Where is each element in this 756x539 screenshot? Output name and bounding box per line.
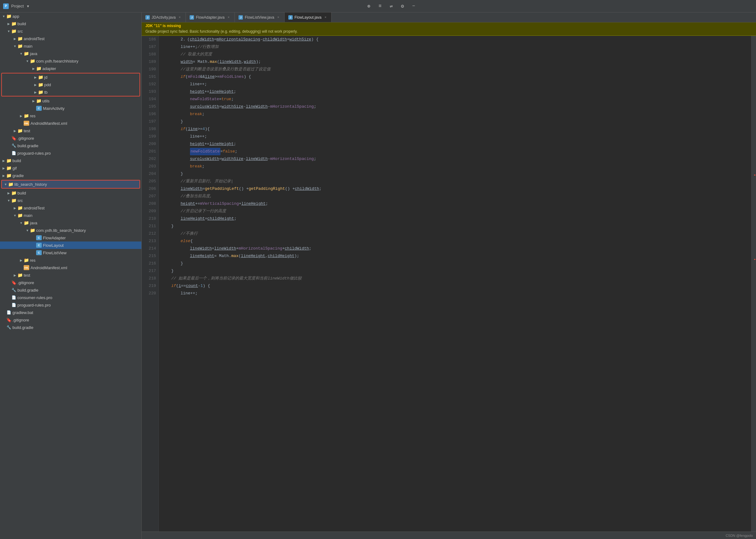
folder-icon-app: 📁 — [6, 14, 11, 19]
sidebar-item-gitignore1[interactable]: 🔖 .gitignore — [0, 134, 141, 142]
tab-close-flowlayout[interactable]: × — [323, 15, 328, 20]
sidebar-item-flowlayout[interactable]: C FlowLayout — [0, 242, 141, 249]
sidebar-item-proguard1[interactable]: 📄 proguard-rules.pro — [0, 149, 141, 157]
folder-icon-androidtest-lib: 📁 — [18, 205, 23, 210]
sidebar-item-utils1[interactable]: ▶ 📁 utils — [0, 97, 141, 105]
sidebar-item-gif[interactable]: ▶ 📁 gif — [0, 164, 141, 172]
crosshair-icon[interactable]: ⊕ — [366, 3, 372, 9]
sidebar-item-gradle-root[interactable]: ▶ 📁 gradle — [0, 172, 141, 179]
arrow-flowlistview — [31, 250, 36, 255]
arrow-buildgradle1 — [6, 143, 11, 148]
sidebar-item-src1[interactable]: ▼ 📁 src — [0, 28, 141, 35]
dropdown-arrow[interactable]: ▼ — [26, 4, 30, 8]
sidebar-item-manifest1[interactable]: XML AndroidManifest.xml — [0, 119, 141, 127]
sidebar-item-tb[interactable]: ▶ 📁 tb — [2, 88, 139, 96]
sidebar-item-res1[interactable]: ▶ 📁 res — [0, 112, 141, 119]
ln-187: 187 — [144, 43, 156, 51]
sidebar-item-jd[interactable]: ▶ 📁 jd — [2, 73, 139, 81]
sidebar-item-lib[interactable]: ▼ 📁 lib_search_history — [2, 181, 139, 188]
arrow-jd: ▶ — [33, 75, 38, 80]
arrow-flowadapter — [31, 235, 36, 240]
sidebar-item-flowlistview[interactable]: C FlowListView — [0, 249, 141, 257]
sidebar-item-buildgradle-lib[interactable]: 🔧 build.gradle — [0, 286, 141, 294]
folder-icon-pkg-lib: 📁 — [30, 228, 35, 233]
tab-close-flowlistview[interactable]: × — [276, 15, 281, 20]
folder-icon-utils1: 📁 — [36, 98, 41, 103]
code-line-194: newFoldState = true ; — [162, 96, 748, 103]
pro-icon-consumerrules: 📄 — [11, 295, 16, 300]
label-buildgradle1: build.gradle — [18, 143, 139, 148]
ln-211: 211 — [144, 222, 156, 230]
sidebar-item-res-lib[interactable]: ▶ 📁 res — [0, 257, 141, 264]
settings-icon[interactable]: ⚙ — [399, 3, 406, 9]
sidebar-item-gradlew[interactable]: 📄 gradlew.bat — [0, 309, 141, 316]
sidebar-item-build-root[interactable]: ▶ 📁 build — [0, 157, 141, 164]
label-test-lib: test — [24, 273, 139, 277]
code-editor[interactable]: 186 187 188 189 190◇ 191 192 193 194 195… — [142, 36, 756, 531]
arrow-src-lib: ▼ — [6, 198, 11, 203]
sidebar-item-app[interactable]: ▼ 📁 app — [0, 13, 141, 20]
java-icon-mainactivity: C — [36, 106, 42, 111]
label-main-lib: main — [24, 213, 139, 218]
sidebar-item-main-lib[interactable]: ▼ 📁 main — [0, 212, 141, 219]
sidebar-item-test-lib[interactable]: ▶ 📁 test — [0, 271, 141, 279]
tab-flowlistview[interactable]: J FlowListView.java × — [235, 13, 285, 22]
sidebar-item-pkg-lib[interactable]: ▼ 📁 com.yxlh.lib_search_history — [0, 227, 141, 234]
title-bar: P Project ▼ ⊕ ≡ ⇌ ⚙ − — [0, 0, 756, 13]
label-androidtest1: androidTest — [24, 37, 139, 41]
sidebar-item-build-lib[interactable]: ▶ 📁 build — [0, 189, 141, 197]
sidebar-item-pdd[interactable]: ▶ 📁 pdd — [2, 81, 139, 88]
tab-jdactivity[interactable]: J JDActivity.java × — [142, 13, 186, 22]
gradle-icon-buildgradle-root: 🔧 — [6, 325, 11, 330]
sync-icon[interactable]: ⇌ — [388, 3, 394, 9]
code-line-205: //重新开启新行, 开始记录| — [162, 178, 748, 185]
code-line-213: else { — [162, 237, 748, 245]
sidebar-item-java1[interactable]: ▼ 📁 java — [0, 50, 141, 57]
code-line-206: lineWidth = getPaddingLeft () + getPaddi… — [162, 185, 748, 193]
sidebar-item-gitignore-lib[interactable]: 🔖 .gitignore — [0, 279, 141, 286]
sidebar-item-build1[interactable]: ▶ 📁 build — [0, 20, 141, 28]
ln-186: 186 — [144, 36, 156, 43]
sidebar-item-pkg1[interactable]: ▼ 📁 com.yxlh.fsearchhistory — [0, 57, 141, 65]
ln-203: 203 — [144, 163, 156, 170]
folder-icon-test1: 📁 — [18, 128, 23, 133]
sidebar-item-java-lib[interactable]: ▼ 📁 java — [0, 219, 141, 227]
tab-flowlayout[interactable]: J FlowLayout.java × — [285, 13, 332, 22]
code-line-188: // 取最大的宽度 — [162, 51, 748, 58]
ln-215: 215 — [144, 252, 156, 260]
sidebar-item-gitignore-root[interactable]: 🔖 .gitignore — [0, 316, 141, 324]
folder-icon-pdd: 📁 — [38, 82, 43, 87]
ln-209: 209 — [144, 207, 156, 215]
sidebar-item-test1[interactable]: ▶ 📁 test — [0, 127, 141, 134]
list-icon[interactable]: ≡ — [377, 3, 383, 9]
warning-title: JDK "11" is missing — [145, 23, 752, 29]
pro-icon-proguard-lib: 📄 — [11, 302, 16, 307]
sidebar-item-buildgradle-root[interactable]: 🔧 build.gradle — [0, 324, 141, 331]
code-line-198: if ( line >= 4 ){ — [162, 125, 748, 133]
label-pkg1: com.yxlh.fsearchhistory — [36, 59, 139, 63]
label-src-lib: src — [18, 198, 139, 203]
arrow-gradle-root: ▶ — [1, 173, 6, 178]
tab-close-jdactivity[interactable]: × — [178, 15, 182, 20]
sidebar-item-mainactivity[interactable]: C MainActivity — [0, 105, 141, 112]
arrow-lib: ▼ — [3, 182, 8, 187]
line-numbers: 186 187 188 189 190◇ 191 192 193 194 195… — [142, 36, 159, 531]
sidebar-item-consumerrules[interactable]: 📄 consumer-rules.pro — [0, 294, 141, 301]
sidebar-item-src-lib[interactable]: ▼ 📁 src — [0, 197, 141, 204]
sidebar-item-main1[interactable]: ▼ 📁 main — [0, 42, 141, 50]
tab-close-flowadapter[interactable]: × — [226, 15, 231, 20]
sidebar-item-manifest-lib[interactable]: XML AndroidManifest.xml — [0, 264, 141, 271]
sidebar-item-androidtest1[interactable]: ▶ 📁 androidTest — [0, 35, 141, 42]
sidebar-item-buildgradle1[interactable]: 🔧 build.gradle — [0, 142, 141, 149]
folder-icon-adapter1: 📁 — [36, 66, 41, 71]
sidebar-item-proguard-lib[interactable]: 📄 proguard-rules.pro — [0, 301, 141, 309]
tab-icon-flowadapter: J — [190, 15, 194, 20]
sidebar-item-flowadapter[interactable]: C FlowAdapter — [0, 234, 141, 242]
tab-flowadapter[interactable]: J FlowAdapter.java × — [186, 13, 235, 22]
arrow-app: ▼ — [1, 14, 6, 19]
code-line-190: //这里判断是否设置折叠及行数是否超过了设定值 — [162, 66, 748, 73]
sidebar-item-adapter1[interactable]: ▶ 📁 adapter — [0, 65, 141, 72]
arrow-consumerrules — [6, 295, 11, 300]
minimize-icon[interactable]: − — [411, 3, 417, 9]
sidebar-item-androidtest-lib[interactable]: ▶ 📁 androidTest — [0, 204, 141, 212]
